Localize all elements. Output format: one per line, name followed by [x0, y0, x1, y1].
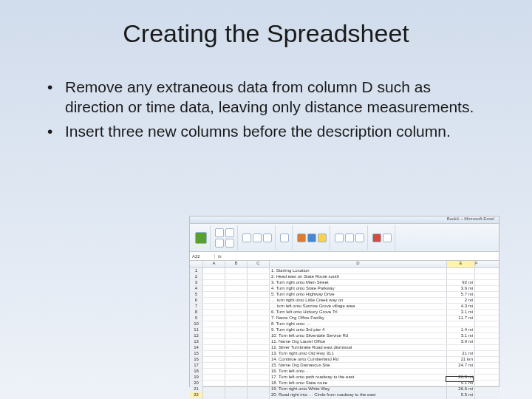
cell[interactable]	[203, 274, 225, 279]
cell[interactable]	[475, 339, 499, 344]
cell[interactable]	[475, 310, 499, 315]
cell[interactable]: 10. Turn left onto Silverdale Service Rd	[270, 333, 447, 338]
row-header[interactable]: 1	[190, 268, 203, 273]
align-icon[interactable]	[263, 233, 272, 242]
table-row[interactable]: 1412. Silver Turnbrake Road east dismiss…	[190, 345, 499, 351]
cell[interactable]	[225, 369, 248, 374]
styles-icon[interactable]	[318, 233, 327, 242]
cell[interactable]	[475, 304, 499, 309]
cell[interactable]	[225, 280, 248, 285]
cell[interactable]	[248, 274, 270, 279]
cell[interactable]	[203, 381, 225, 386]
table-row[interactable]: 11. Starting Location	[190, 268, 499, 274]
cell[interactable]: 3.1 mi	[447, 310, 475, 315]
table-row[interactable]: 97. Name Org Office Facility11.7 mi	[190, 316, 499, 321]
cell[interactable]	[203, 292, 225, 297]
cell[interactable]	[203, 304, 225, 309]
cell[interactable]	[248, 357, 270, 362]
cell[interactable]: 2 mi	[447, 298, 475, 303]
col-header[interactable]: F	[475, 261, 499, 267]
paste-icon[interactable]	[195, 232, 207, 244]
cell[interactable]	[475, 274, 499, 279]
cell[interactable]	[225, 298, 248, 303]
cell[interactable]	[225, 339, 248, 344]
styles-icon[interactable]	[297, 233, 306, 242]
table-row[interactable]: 44. Turn right onto State Parkway3.6 mi	[190, 286, 499, 292]
col-header[interactable]: C	[248, 261, 270, 267]
cell[interactable]	[475, 363, 499, 368]
cell[interactable]	[475, 316, 499, 321]
cell[interactable]	[248, 345, 270, 350]
cell[interactable]	[225, 286, 248, 291]
cell[interactable]: 26.6 mi	[447, 386, 475, 392]
cell[interactable]	[475, 333, 499, 338]
table-row[interactable]: 1210. Turn left onto Silverdale Service …	[190, 333, 499, 339]
cell[interactable]: … turn right onto Little Creek way on	[270, 298, 447, 303]
cell[interactable]	[475, 345, 499, 350]
row-header[interactable]: 18	[190, 369, 203, 374]
row-header[interactable]: 20	[190, 381, 203, 386]
font-icon[interactable]	[215, 239, 224, 248]
cell[interactable]	[248, 310, 270, 315]
row-header[interactable]: 14	[190, 345, 203, 350]
cell[interactable]	[225, 392, 248, 398]
cell[interactable]: 1.4 mi	[447, 327, 475, 332]
align-icon[interactable]	[242, 233, 251, 242]
cells-icon[interactable]	[345, 233, 354, 242]
cell[interactable]	[203, 363, 225, 368]
col-header[interactable]: A	[203, 261, 225, 267]
cell[interactable]: 15. Name Org Damascus Site	[270, 363, 447, 368]
cell[interactable]: 3.9 mi	[447, 339, 475, 344]
align-icon[interactable]	[253, 233, 262, 242]
cell[interactable]: 18. Turn left onto State route	[270, 381, 447, 386]
cell[interactable]: 3.6 mi	[447, 286, 475, 291]
cell[interactable]	[225, 304, 248, 309]
cell[interactable]	[225, 363, 248, 368]
cell[interactable]	[203, 351, 225, 356]
cell[interactable]	[248, 327, 270, 332]
cell[interactable]	[248, 363, 270, 368]
styles-icon[interactable]	[307, 233, 316, 242]
row-header[interactable]: 9	[190, 316, 203, 321]
cell[interactable]	[475, 321, 499, 327]
cell[interactable]	[203, 386, 225, 392]
col-header[interactable]: E	[447, 261, 475, 267]
cell[interactable]: 21 km	[447, 357, 475, 362]
cell[interactable]: 13. Turn right onto Old Hwy 311	[270, 351, 447, 356]
cell[interactable]	[248, 286, 270, 291]
cell[interactable]	[203, 339, 225, 344]
cell[interactable]	[475, 375, 499, 380]
cell[interactable]	[225, 292, 248, 297]
cell[interactable]	[475, 292, 499, 297]
cell[interactable]	[447, 369, 475, 374]
row-header[interactable]: 19	[190, 375, 203, 380]
cell[interactable]	[447, 321, 475, 327]
row-header[interactable]: 12	[190, 333, 203, 338]
cell[interactable]: 24.7 mi	[447, 363, 475, 368]
table-row[interactable]: 119. Turn right onto 3rd pier 41.4 mi	[190, 327, 499, 333]
cell[interactable]	[475, 386, 499, 392]
cell[interactable]	[475, 298, 499, 303]
cell[interactable]	[225, 327, 248, 332]
cell[interactable]: 20. Road right into … Circle from roadwa…	[270, 392, 447, 398]
cell[interactable]: 16. Turn left onto …	[270, 369, 447, 374]
cell[interactable]: 21 mi	[447, 351, 475, 356]
cell[interactable]	[225, 357, 248, 362]
table-row[interactable]: 1513. Turn right onto Old Hwy 31121 mi	[190, 351, 499, 357]
row-header[interactable]: 13	[190, 339, 203, 344]
cell[interactable]	[203, 369, 225, 374]
font-icon[interactable]	[215, 228, 224, 237]
cell[interactable]	[225, 274, 248, 279]
table-row[interactable]: 33. Turn right onto Main Street92 mi	[190, 280, 499, 286]
cell[interactable]	[203, 333, 225, 338]
cell[interactable]: 2. Head east on State Route south	[270, 274, 447, 279]
table-row[interactable]: 1816. Turn left onto …	[190, 369, 499, 375]
cell[interactable]	[203, 327, 225, 332]
cell[interactable]	[475, 268, 499, 273]
row-header[interactable]: 22	[190, 392, 203, 398]
cell[interactable]: 3.1 mi	[447, 333, 475, 338]
cell[interactable]: 4.3 mi	[447, 304, 475, 309]
cell[interactable]	[225, 351, 248, 356]
table-row[interactable]: 86. Turn left onto Hickory Grove Trl3.1 …	[190, 310, 499, 316]
cell[interactable]	[225, 316, 248, 321]
